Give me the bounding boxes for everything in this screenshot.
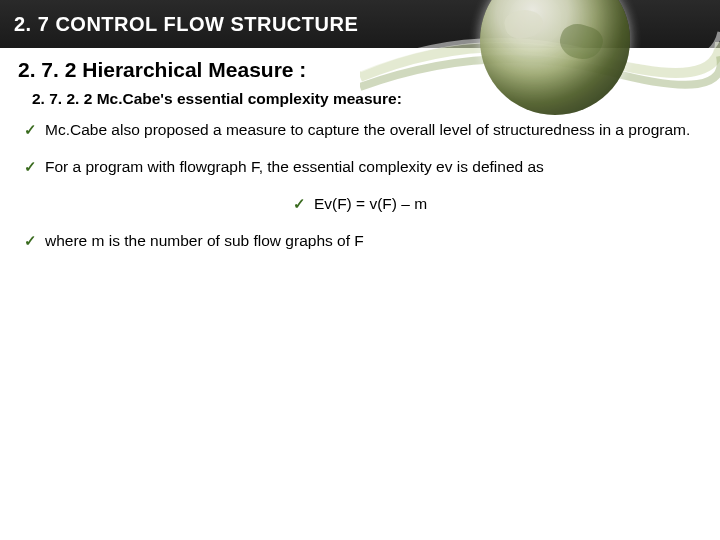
slide-header: 2. 7 CONTROL FLOW STRUCTURE (0, 0, 720, 48)
header-title: 2. 7 CONTROL FLOW STRUCTURE (14, 13, 358, 36)
check-icon: ✓ (293, 194, 306, 214)
bullet-item: ✓ where m is the number of sub flow grap… (24, 231, 702, 252)
bullet-item: ✓ Mc.Cabe also proposed a measure to cap… (24, 120, 702, 141)
bullet-text: where m is the number of sub flow graphs… (45, 231, 702, 252)
bullet-text: Mc.Cabe also proposed a measure to captu… (45, 120, 702, 141)
check-icon: ✓ (24, 231, 37, 251)
bullet-item-formula: ✓ Ev(F) = v(F) – m (18, 194, 702, 215)
bullet-item: ✓ For a program with flowgraph F, the es… (24, 157, 702, 178)
check-icon: ✓ (24, 120, 37, 140)
check-icon: ✓ (24, 157, 37, 177)
formula-text: Ev(F) = v(F) – m (314, 194, 427, 215)
bullet-text: For a program with flowgraph F, the esse… (45, 157, 702, 178)
